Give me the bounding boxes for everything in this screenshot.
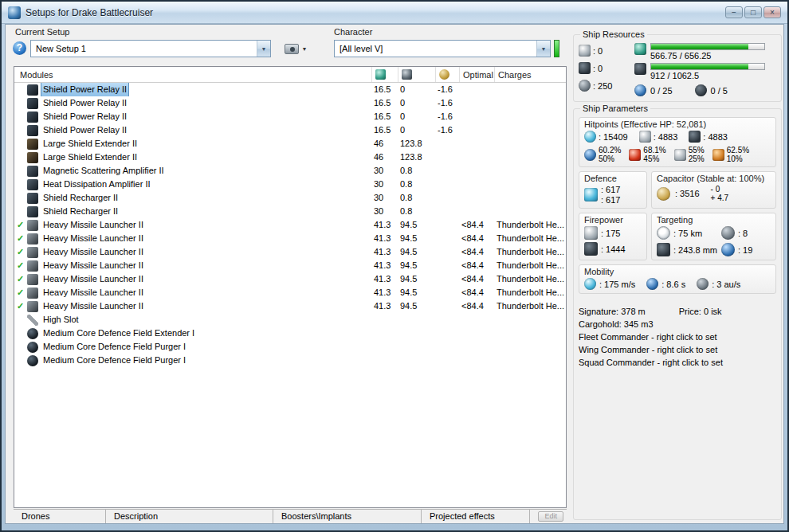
module-pg-value: 94.5: [398, 272, 435, 286]
maximize-button[interactable]: □: [744, 6, 762, 18]
fleet-commander-slot[interactable]: Fleet Commander - right click to set: [579, 331, 776, 343]
powergrid-icon: [634, 63, 646, 75]
chevron-down-icon: ▼: [302, 46, 308, 52]
module-row[interactable]: Shield Power Relay II16.50-1.6: [14, 123, 566, 137]
app-icon: [8, 6, 21, 19]
targeting-title: Targeting: [657, 215, 771, 225]
module-cap-value: [435, 245, 459, 259]
close-button[interactable]: ×: [763, 6, 781, 18]
ship-parameters-group: Ship Parameters Hitpoints (Effective HP:…: [573, 108, 782, 520]
ship-resources-group: Ship Resources : 0 : 0 : 250: [573, 34, 782, 102]
firepower-panel: Firepower : 175 : 1444: [579, 213, 647, 260]
module-name-cell: High Slot: [14, 313, 371, 327]
defence-title: Defence: [584, 174, 642, 183]
thermal-resist-armor: 45%: [643, 155, 665, 163]
module-name: Medium Core Defence Field Extender I: [41, 327, 196, 340]
character-select[interactable]: [All level V] ▼: [334, 40, 551, 57]
module-pg-value: 94.5: [398, 299, 435, 313]
module-optimal-value: [459, 164, 494, 178]
module-charges-value: [494, 137, 566, 151]
module-row[interactable]: ✓Heavy Missile Launcher II41.394.5<84.4T…: [14, 245, 566, 259]
module-name-cell: ✓Heavy Missile Launcher II: [14, 286, 371, 299]
kinetic-resist-shield: 55%: [689, 146, 705, 155]
window-title: Setups for Drake Battlecruiser: [26, 7, 153, 18]
module-cap-value: [435, 178, 459, 191]
module-row[interactable]: Shield Power Relay II16.50-1.6: [14, 110, 566, 123]
module-name: Shield Recharger II: [41, 191, 120, 205]
explosive-resist-armor: 10%: [727, 155, 749, 163]
modules-table-header[interactable]: Modules Optimal Charges: [14, 67, 566, 83]
edit-button[interactable]: Edit: [538, 511, 563, 522]
module-row[interactable]: ✓Heavy Missile Launcher II41.394.5<84.4T…: [14, 232, 566, 245]
tab-description[interactable]: Description: [106, 510, 273, 523]
module-row[interactable]: Heat Dissipation Amplifier II300.8: [14, 178, 566, 191]
minimize-button[interactable]: −: [725, 6, 743, 18]
capacitor-title: Capacitor (Stable at: 100%): [657, 174, 771, 183]
module-row[interactable]: Shield Recharger II300.8: [14, 191, 566, 205]
capacitor-icon: [657, 187, 670, 201]
kinetic-resist-armor: 25%: [689, 155, 705, 163]
module-row[interactable]: ✓Heavy Missile Launcher II41.394.5<84.4T…: [14, 272, 566, 286]
module-row[interactable]: ✓Heavy Missile Launcher II41.394.5<84.4T…: [14, 299, 566, 313]
module-row[interactable]: ✓Heavy Missile Launcher II41.394.5<84.4T…: [14, 259, 566, 272]
cpu-bar-fill: [651, 44, 748, 49]
module-cpu-value: 30: [371, 164, 398, 178]
modules-column-header[interactable]: Modules: [14, 67, 371, 82]
module-row[interactable]: High Slot: [14, 313, 566, 327]
module-name-cell: Shield Recharger II: [14, 205, 371, 218]
em-resist-icon: [584, 149, 596, 161]
module-row[interactable]: Shield Recharger II300.8: [14, 205, 566, 218]
setup-select[interactable]: New Setup 1 ▼: [30, 40, 271, 57]
module-cpu-value: 41.3: [371, 245, 398, 259]
module-name: Heavy Missile Launcher II: [41, 245, 145, 259]
module-name-cell: ✓Heavy Missile Launcher II: [14, 259, 371, 272]
module-row[interactable]: Shield Power Relay II16.50-1.6: [14, 96, 566, 110]
help-icon[interactable]: ?: [13, 41, 26, 55]
module-pg-value: 94.5: [398, 286, 435, 299]
cpu-column-header[interactable]: [371, 67, 398, 82]
module-optimal-value: <84.4: [459, 232, 494, 245]
capacitor-column-header[interactable]: [435, 67, 459, 82]
module-cap-value: [435, 205, 459, 218]
module-cpu-value: 41.3: [371, 259, 398, 272]
module-row[interactable]: Shield Power Relay II16.50-1.6: [14, 83, 566, 96]
setup-tools-button[interactable]: ▼: [278, 40, 313, 57]
module-row[interactable]: ✓Heavy Missile Launcher II41.394.5<84.4T…: [14, 286, 566, 299]
charges-column-header[interactable]: Charges: [494, 67, 566, 82]
titlebar[interactable]: Setups for Drake Battlecruiser − □ ×: [2, 2, 787, 24]
dronebay-value: 0 / 25: [650, 86, 673, 96]
module-row[interactable]: Medium Core Defence Field Purger I: [14, 354, 566, 367]
wing-commander-slot[interactable]: Wing Commander - right click to set: [579, 343, 776, 356]
tab-projected-effects[interactable]: Projected effects: [422, 510, 530, 523]
module-cap-value: [435, 218, 459, 232]
em-resist: 60.2% 50%: [584, 146, 621, 163]
squad-commander-slot[interactable]: Squad Commander - right click to set: [579, 356, 776, 369]
active-check-icon: ✓: [17, 232, 27, 245]
module-row[interactable]: Medium Core Defence Field Purger I: [14, 340, 566, 354]
module-optimal-value: [459, 83, 494, 96]
optimal-column-header[interactable]: Optimal: [459, 67, 494, 82]
shield-hp-value: : 15409: [599, 132, 628, 142]
tab-drones[interactable]: Drones: [14, 510, 106, 523]
module-cpu-value: 41.3: [371, 286, 398, 299]
module-row[interactable]: ✓Heavy Missile Launcher II41.394.5<84.4T…: [14, 218, 566, 232]
explosive-resist: 62.5% 10%: [712, 146, 749, 163]
setup-select-arrow-icon[interactable]: ▼: [257, 41, 270, 57]
rig-module-icon: [27, 328, 38, 339]
launcher-module-icon: [27, 220, 38, 231]
module-row[interactable]: Large Shield Extender II46123.8: [14, 137, 566, 151]
powergrid-column-header[interactable]: [398, 67, 435, 82]
module-cap-value: -1.6: [435, 123, 459, 137]
module-row[interactable]: Large Shield Extender II46123.8: [14, 151, 566, 164]
module-pg-value: 94.5: [398, 232, 435, 245]
thermal-resist-icon: [629, 149, 641, 161]
warp-speed-icon: [697, 278, 709, 290]
rig-module-icon: [27, 342, 38, 353]
active-check-icon: ✓: [17, 272, 27, 286]
module-optimal-value: <84.4: [459, 286, 494, 299]
character-select-arrow-icon[interactable]: ▼: [536, 41, 550, 57]
export-setup-icon: [285, 44, 299, 54]
module-row[interactable]: Medium Core Defence Field Extender I: [14, 327, 566, 340]
module-row[interactable]: Magnetic Scattering Amplifier II300.8: [14, 164, 566, 178]
tab-boosters-implants[interactable]: Boosters\Implants: [273, 510, 422, 523]
